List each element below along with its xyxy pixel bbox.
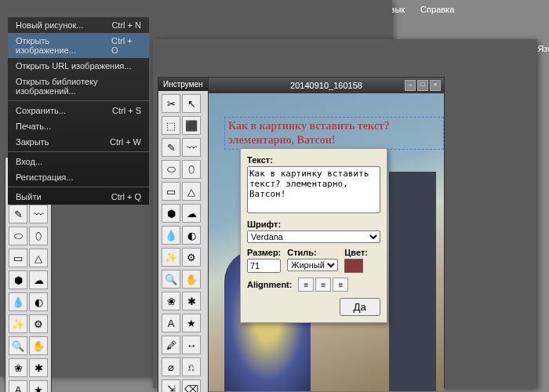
size-label: Размер: bbox=[247, 248, 281, 257]
align-label: Alignment: bbox=[247, 280, 292, 289]
font-select[interactable]: Verdana bbox=[247, 230, 380, 243]
align-right-icon[interactable]: ≡ bbox=[333, 278, 348, 292]
tool-button[interactable]: ⚙ bbox=[29, 314, 48, 333]
tool-button[interactable]: 〰 bbox=[182, 138, 201, 157]
tool-button[interactable]: ⬚ bbox=[162, 116, 180, 135]
tool-button[interactable]: ⎌ bbox=[182, 358, 201, 376]
tool-button[interactable]: ⚙ bbox=[182, 248, 201, 267]
color-label: Цвет: bbox=[344, 248, 368, 257]
text-input[interactable] bbox=[247, 166, 380, 213]
tool-button[interactable]: 🖉 bbox=[162, 336, 180, 354]
maximize-icon[interactable]: □ bbox=[417, 80, 428, 91]
filemenu-item[interactable]: Регистрация... bbox=[8, 169, 149, 185]
filemenu-item[interactable]: Открыть URL изображения... bbox=[8, 58, 149, 74]
tool-button[interactable]: ⬢ bbox=[9, 270, 27, 289]
editor-window-front: Файл Редактировать Изображение Слой Корр… bbox=[153, 39, 537, 388]
style-label: Стиль: bbox=[287, 248, 338, 257]
tool-button[interactable]: ↖ bbox=[182, 94, 201, 113]
tool-button[interactable]: ✨ bbox=[9, 314, 27, 333]
tool-button[interactable]: ⇲ bbox=[162, 379, 180, 392]
tool-button[interactable]: ☁ bbox=[182, 204, 201, 223]
tool-button[interactable]: △ bbox=[29, 249, 48, 267]
close-icon[interactable]: × bbox=[430, 80, 441, 91]
tool-button[interactable]: 🔍 bbox=[162, 270, 180, 289]
tool-button[interactable]: ✎ bbox=[162, 138, 180, 157]
text-dialog[interactable]: Текст: Шрифт: Verdana Размер: Стиль: Жир… bbox=[240, 148, 387, 323]
tool-button[interactable]: ◐ bbox=[29, 292, 48, 311]
filemenu-item[interactable]: Сохранить...Ctrl + S bbox=[8, 103, 149, 118]
tool-button[interactable]: ★ bbox=[182, 314, 201, 332]
toolbox-front[interactable]: Инструмен ✂↖⬚⬛✎〰⬭⬯▭△⬢☁💧◐✨⚙🔍✋❀✱A★🖉↔⌀⎌⇲⌫ bbox=[158, 77, 209, 392]
filemenu-item[interactable]: ВыйтиCtrl + Q bbox=[8, 189, 149, 205]
tool-button[interactable]: 🔍 bbox=[9, 336, 27, 355]
canvas-window[interactable]: 20140910_160158 – □ × Как в картинку вст… bbox=[208, 77, 445, 388]
text-color-swatch[interactable] bbox=[344, 259, 363, 273]
tool-button[interactable]: ☁ bbox=[29, 270, 48, 289]
tool-button[interactable]: △ bbox=[182, 182, 201, 201]
text-label: Текст: bbox=[247, 155, 380, 165]
toolbox-title: Инструмен bbox=[158, 78, 208, 91]
tool-button[interactable]: ✱ bbox=[182, 292, 201, 310]
canvas-title-text: 20140910_160158 bbox=[290, 81, 362, 90]
filemenu-item[interactable]: Вход... bbox=[8, 154, 149, 169]
filemenu-item[interactable]: Новый рисунок...Ctrl + N bbox=[8, 17, 149, 33]
filemenu-item[interactable]: ЗакрытьCtrl + W bbox=[8, 134, 149, 150]
tool-button[interactable]: ⬯ bbox=[29, 227, 48, 245]
tool-button[interactable]: ✨ bbox=[162, 248, 180, 267]
style-select[interactable]: Жирный bbox=[287, 259, 338, 271]
filemenu-item[interactable]: Открыть изображение...Ctrl + O bbox=[8, 33, 149, 58]
tool-button[interactable]: ⌫ bbox=[182, 379, 201, 392]
tool-button[interactable]: 💧 bbox=[162, 226, 180, 245]
tool-button[interactable]: ⬭ bbox=[162, 160, 180, 179]
tool-button[interactable]: ★ bbox=[29, 380, 48, 392]
tool-button[interactable]: ⬭ bbox=[9, 227, 27, 245]
canvas-titlebar[interactable]: 20140910_160158 – □ × bbox=[209, 78, 444, 93]
tool-button[interactable]: ▭ bbox=[162, 182, 180, 201]
tool-button[interactable]: ✋ bbox=[29, 336, 48, 355]
ok-button[interactable]: Да bbox=[340, 298, 380, 316]
tool-button[interactable]: ✎ bbox=[9, 205, 27, 223]
size-input[interactable] bbox=[247, 259, 281, 273]
tool-button[interactable]: A bbox=[9, 380, 27, 392]
align-center-icon[interactable]: ≡ bbox=[315, 278, 331, 292]
tool-button[interactable]: ▭ bbox=[9, 249, 27, 267]
tool-grid: ✂↖⬚⬛✎〰⬭⬯▭△⬢☁💧◐✨⚙🔍✋❀✱A★🖉↔⌀⎌⇲⌫ bbox=[162, 94, 205, 392]
tool-button[interactable]: 〰 bbox=[29, 205, 48, 223]
inserted-text[interactable]: Как в картинку вставить текст? элементар… bbox=[224, 117, 444, 150]
minimize-icon[interactable]: – bbox=[405, 80, 416, 91]
align-left-icon[interactable]: ≡ bbox=[298, 278, 314, 292]
tool-button[interactable]: ✂ bbox=[162, 94, 180, 113]
tool-button[interactable]: ↔ bbox=[182, 336, 201, 354]
filemenu-item[interactable]: Печать... bbox=[8, 118, 149, 134]
tool-button[interactable]: ⌀ bbox=[162, 358, 180, 376]
file-dropdown[interactable]: Новый рисунок...Ctrl + NОткрыть изображе… bbox=[8, 17, 149, 205]
filemenu-item[interactable]: Открыть библиотеку изображений... bbox=[8, 74, 149, 99]
canvas-area[interactable]: Как в картинку вставить текст? элементар… bbox=[209, 93, 444, 391]
tool-button[interactable]: ✱ bbox=[29, 358, 48, 377]
tool-button[interactable]: A bbox=[162, 314, 180, 332]
tool-button[interactable]: ❀ bbox=[9, 358, 27, 377]
tool-button[interactable]: ◐ bbox=[182, 226, 201, 245]
tool-button[interactable]: 💧 bbox=[9, 292, 27, 311]
tool-button[interactable]: ⬛ bbox=[182, 116, 201, 135]
tool-button[interactable]: ⬯ bbox=[182, 160, 201, 179]
tool-button[interactable]: ❀ bbox=[162, 292, 180, 310]
tool-button[interactable]: ⬢ bbox=[162, 204, 180, 223]
tool-button[interactable]: ✋ bbox=[182, 270, 201, 289]
menu-help[interactable]: Справка bbox=[413, 2, 462, 17]
font-label: Шрифт: bbox=[247, 220, 380, 229]
